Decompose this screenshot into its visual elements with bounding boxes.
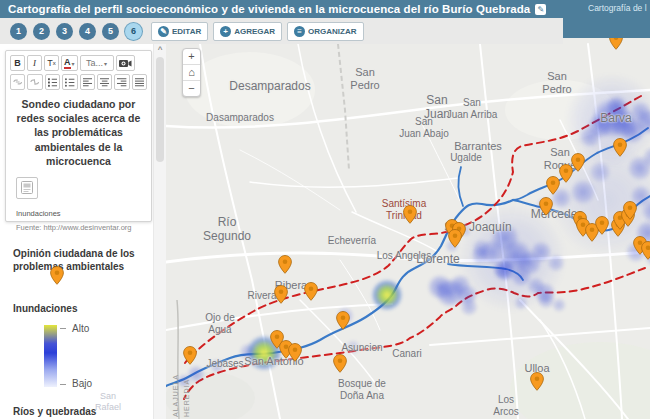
- map-marker[interactable]: [613, 138, 627, 157]
- agregar-button[interactable]: +AGREGAR: [213, 22, 282, 41]
- zoom-in-button[interactable]: +: [183, 49, 200, 64]
- map-marker[interactable]: [336, 311, 350, 330]
- map-marker[interactable]: [595, 216, 609, 235]
- map-canvas[interactable]: DesamparadosDasamparadosSan PedroSan Jua…: [166, 38, 650, 419]
- legend-marker-icon: [50, 266, 64, 289]
- header-site-name[interactable]: Cartografía de l: [588, 3, 650, 13]
- unlink-icon: [30, 78, 39, 86]
- map-place-label: Canari: [392, 348, 421, 360]
- align-justify-icon: [135, 78, 144, 87]
- sidebar-scrollbar[interactable]: ^: [153, 44, 166, 419]
- ordered-list-icon: [48, 78, 57, 87]
- media-caption[interactable]: Inundaciones: [16, 209, 147, 218]
- editar-button[interactable]: ✎EDITAR: [151, 22, 208, 41]
- map-marker[interactable]: [288, 343, 302, 362]
- map-marker[interactable]: [559, 164, 573, 183]
- organizar-button[interactable]: ≡ORGANIZAR: [287, 22, 363, 41]
- map-place-label: Río Segundo: [203, 216, 251, 244]
- map-marker[interactable]: [333, 354, 347, 373]
- text-color-button[interactable]: A▾: [61, 55, 78, 71]
- media-source[interactable]: Fuente: http://www.desinventar.org: [16, 223, 147, 232]
- camera-icon: [119, 59, 132, 68]
- bullet-list-icon: [65, 78, 74, 87]
- side-panel: B I Tx A▾ Ta...▾: [0, 44, 166, 419]
- header-extension: [563, 18, 650, 38]
- map-place-label: Los Arcos: [493, 394, 519, 417]
- unlink-button[interactable]: [27, 74, 42, 90]
- tab-5[interactable]: 5: [102, 23, 119, 40]
- align-right-icon: [117, 78, 126, 87]
- map-place-label: Rivera: [248, 290, 277, 302]
- zoom-out-button[interactable]: −: [183, 80, 200, 96]
- agregar-label: AGREGAR: [234, 27, 275, 36]
- tab-4[interactable]: 4: [79, 23, 96, 40]
- tab-2[interactable]: 2: [33, 23, 50, 40]
- organizar-icon: ≡: [294, 26, 305, 37]
- builder-buttons: ✎EDITAR+AGREGAR≡ORGANIZAR: [151, 22, 364, 41]
- map-place-label: Barva: [600, 112, 631, 126]
- map-marker[interactable]: [304, 282, 318, 301]
- legend-tick-high: [60, 328, 66, 329]
- map-place-label: Echeverría: [328, 235, 376, 247]
- map-place-label: Bosque de Doña Ana: [338, 378, 386, 401]
- page-title: Cartografía del perfil socioeconómico y …: [8, 3, 530, 15]
- map-marker[interactable]: [623, 201, 637, 220]
- map-place-label: San Pedro: [350, 66, 379, 91]
- map-place-label: Barrantes: [454, 140, 502, 153]
- text-editor-card[interactable]: B I Tx A▾ Ta...▾: [5, 50, 152, 222]
- map-place-label: Ugalde: [450, 152, 482, 164]
- map-marker[interactable]: [278, 255, 292, 274]
- tab-3[interactable]: 3: [56, 23, 73, 40]
- align-center-button[interactable]: [97, 74, 112, 90]
- legend-label-high: Alto: [72, 323, 89, 334]
- map-place-label: San Juan Arriba: [447, 97, 498, 120]
- italic-button[interactable]: I: [27, 55, 42, 71]
- map-place-label: Ojo de Agua: [205, 312, 234, 335]
- agregar-icon: +: [220, 26, 231, 37]
- map-marker[interactable]: [530, 372, 544, 391]
- map-marker[interactable]: [183, 346, 197, 365]
- builder-toolbar: 123456 ✎EDITAR+AGREGAR≡ORGANIZAR: [0, 18, 563, 44]
- map-marker[interactable]: [403, 205, 417, 224]
- map-place-label: Llorente: [416, 253, 459, 267]
- scrollbar-thumb[interactable]: [156, 57, 164, 162]
- insert-media-button[interactable]: [116, 55, 135, 71]
- clear-format-button[interactable]: Tx: [44, 55, 59, 71]
- tab-1[interactable]: 1: [10, 23, 27, 40]
- organizar-label: ORGANIZAR: [308, 27, 356, 36]
- font-size-dropdown[interactable]: Ta...▾: [80, 55, 114, 71]
- align-justify-button[interactable]: [132, 74, 147, 90]
- legend-label-low: Bajo: [72, 378, 92, 389]
- edit-title-icon[interactable]: ✎: [535, 4, 546, 15]
- align-left-button[interactable]: [80, 74, 95, 90]
- align-right-button[interactable]: [114, 74, 129, 90]
- bold-button[interactable]: B: [10, 55, 25, 71]
- bullet-list-button[interactable]: [62, 74, 77, 90]
- document-icon: [21, 181, 33, 194]
- ordered-list-button[interactable]: [45, 74, 60, 90]
- province-label: HEREDIA: [183, 379, 190, 417]
- map-place-label: Asuncion: [341, 342, 382, 354]
- map-marker[interactable]: [274, 285, 288, 304]
- tab-6[interactable]: 6: [125, 23, 142, 40]
- legend-title-floods: Inundaciones: [13, 302, 151, 315]
- media-placeholder[interactable]: [16, 177, 38, 199]
- map-marker[interactable]: [641, 241, 650, 260]
- map-marker[interactable]: [546, 176, 560, 195]
- province-label: ALAJUELA: [172, 374, 179, 417]
- link-button[interactable]: [10, 74, 25, 90]
- map-place-label: Jebases: [206, 358, 243, 370]
- map-marker[interactable]: [448, 229, 462, 248]
- align-center-icon: [100, 78, 109, 87]
- map-place-label: San Juan Abajo: [399, 116, 449, 139]
- map-marker[interactable]: [539, 197, 553, 216]
- home-button[interactable]: ⌂: [183, 64, 200, 80]
- map-marker[interactable]: [571, 153, 585, 172]
- editor-toolbar-row2: [10, 74, 147, 90]
- map-place-label: Desamparados: [229, 80, 310, 94]
- scroll-up-arrow[interactable]: ^: [154, 44, 166, 55]
- map-marker[interactable]: [609, 38, 623, 50]
- narrative-text[interactable]: Sondeo ciudadano por redes sociales acer…: [10, 97, 147, 168]
- editor-toolbar-row1: B I Tx A▾ Ta...▾: [10, 55, 147, 71]
- map-place-label: San Pedro: [542, 70, 571, 95]
